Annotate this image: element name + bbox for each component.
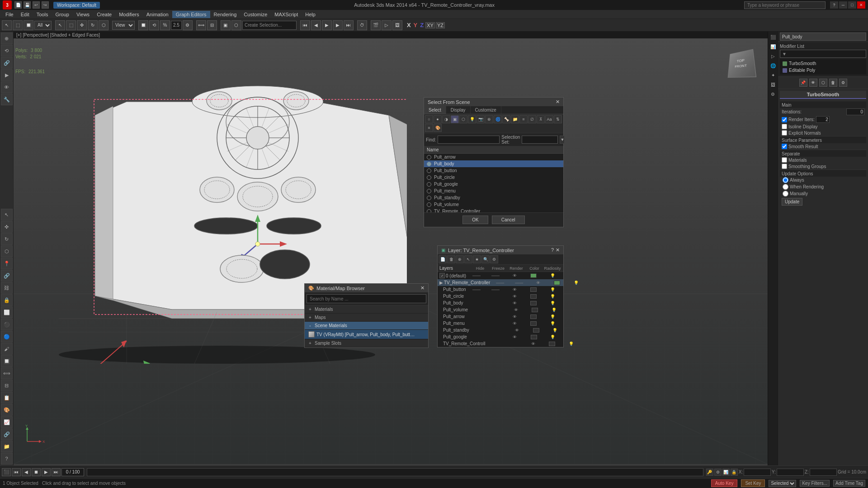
minimize-btn[interactable]: ─ bbox=[839, 1, 847, 9]
display-tab[interactable]: Display bbox=[446, 106, 471, 114]
layer-pult-menu[interactable]: Pult_menu 👁 💡 bbox=[438, 320, 563, 327]
xref-btn[interactable]: 📁 bbox=[1, 441, 13, 452]
select-dialog-titlebar[interactable]: Select From Scene ✕ bbox=[424, 98, 563, 106]
x-axis-label[interactable]: X bbox=[406, 22, 412, 28]
layer-delete-btn[interactable]: 🗑 bbox=[447, 255, 455, 263]
batch-render-icon[interactable]: ⚙ bbox=[769, 89, 778, 99]
make-unique-btn[interactable]: ⬡ bbox=[819, 79, 827, 87]
shape-filter[interactable]: ⬡ bbox=[459, 115, 467, 123]
layer-tv-remote-ctrl[interactable]: TV_Remote_Controll 👁 💡 bbox=[438, 340, 563, 347]
invert-filter[interactable]: ⊼ bbox=[537, 115, 545, 123]
percent-snap[interactable]: % bbox=[160, 20, 170, 30]
play-btn[interactable]: ▶ bbox=[322, 20, 332, 30]
sel-set-arrow[interactable]: ▼ bbox=[560, 136, 565, 144]
menu-customize[interactable]: Customize bbox=[240, 11, 271, 18]
mini-icon-4[interactable]: 🔒 bbox=[731, 469, 738, 476]
group-filter[interactable]: 📁 bbox=[511, 115, 519, 123]
mat-editor-btn[interactable]: 🎨 bbox=[1, 404, 13, 416]
x-coord-input[interactable] bbox=[744, 469, 771, 476]
search-input[interactable] bbox=[744, 1, 826, 9]
z-coord-input[interactable] bbox=[810, 469, 837, 476]
paint-btn[interactable]: 🖌 bbox=[1, 343, 13, 355]
align-btn2[interactable]: ⊟ bbox=[1, 380, 13, 391]
menu-edit[interactable]: Edit bbox=[17, 11, 33, 18]
help-btn[interactable]: ? bbox=[830, 1, 838, 9]
when-rendering-radio[interactable] bbox=[783, 184, 788, 190]
named-sel-1[interactable]: ▣ bbox=[221, 20, 231, 30]
object-name-field[interactable] bbox=[780, 33, 866, 41]
list-type[interactable]: ≡ bbox=[425, 124, 433, 132]
mini-icon-3[interactable]: 📊 bbox=[722, 469, 730, 476]
stop-btn[interactable]: ⏹ bbox=[32, 468, 41, 476]
cancel-button[interactable]: Cancel bbox=[492, 216, 525, 224]
layer-select-btn[interactable]: ↖ bbox=[464, 255, 472, 263]
play-prev[interactable]: ⏮ bbox=[300, 20, 310, 30]
render-frame[interactable]: 🖼 bbox=[392, 20, 402, 30]
select-filter-dropdown[interactable]: All bbox=[34, 21, 52, 30]
isoline-checkbox[interactable] bbox=[782, 124, 787, 129]
play-fwd-btn[interactable]: ⏭ bbox=[52, 468, 61, 476]
set-key-btn[interactable]: Set Key bbox=[741, 479, 765, 487]
curve-editor-btn[interactable]: 📈 bbox=[1, 416, 13, 428]
angle-snap[interactable]: ⟲ bbox=[149, 20, 159, 30]
tv-material-slot[interactable]: TV (VRayMtl) [Pult_arrow, Pult_body, Pul… bbox=[305, 330, 428, 339]
obj-tv-remote[interactable]: TV_Remote_Controller bbox=[424, 208, 563, 212]
menu-file[interactable]: File bbox=[2, 11, 17, 18]
viewport-canvas[interactable]: Polys: 3 800 Verts: 2 021 FPS: 221.361 T… bbox=[14, 38, 768, 464]
layer-pult-circle[interactable]: Pult_circle 👁 💡 bbox=[438, 293, 563, 300]
y-coord-input[interactable] bbox=[777, 469, 804, 476]
mat-browser-titlebar[interactable]: 🎨 Material/Map Browser ✕ bbox=[305, 284, 428, 292]
snap-toggle[interactable]: 🔲 bbox=[138, 20, 148, 30]
pin-stack-btn[interactable]: 📌 bbox=[799, 79, 807, 87]
named-sel-2[interactable]: ⬡ bbox=[231, 20, 241, 30]
unlink-tool[interactable]: ⛓ bbox=[1, 282, 13, 294]
key-mode-btn[interactable]: ⬛ bbox=[2, 468, 11, 476]
select-all-btn[interactable]: ● bbox=[434, 115, 442, 123]
modifier-dropdown[interactable]: ▼ bbox=[780, 50, 866, 58]
region-select[interactable]: ⬚ bbox=[13, 20, 23, 30]
all-filter[interactable]: ≡ bbox=[519, 115, 528, 123]
manually-radio[interactable] bbox=[783, 191, 788, 197]
track-bar[interactable]: // Generate tick marks for(let i=0;i<=10… bbox=[87, 468, 703, 476]
materials-checkbox[interactable] bbox=[782, 157, 787, 163]
scale-btn[interactable]: ⬡ bbox=[99, 20, 108, 30]
undo-btn[interactable]: ↩ bbox=[33, 1, 40, 9]
redo-btn[interactable]: ↪ bbox=[42, 1, 49, 9]
scale-tool-left[interactable]: ⬡ bbox=[1, 245, 13, 257]
mat-close-btn[interactable]: ✕ bbox=[420, 285, 425, 291]
close-btn[interactable]: ✕ bbox=[857, 1, 865, 9]
spinner-snap[interactable]: ⚙ bbox=[183, 20, 193, 30]
menu-tools[interactable]: Tools bbox=[33, 11, 52, 18]
step-back-btn[interactable]: ◀ bbox=[22, 468, 31, 476]
file-btn[interactable]: 📄 bbox=[14, 1, 22, 9]
select-tool-left[interactable]: ↖ bbox=[1, 209, 13, 221]
sort-btn[interactable]: ⇅ bbox=[554, 115, 562, 123]
environment-icon[interactable]: 🌐 bbox=[769, 61, 778, 70]
select-tool[interactable]: ↖ bbox=[2, 20, 12, 30]
key-filters-btn[interactable]: Key Filters... bbox=[800, 480, 830, 487]
key-mode-select[interactable]: Selected bbox=[769, 480, 796, 487]
add-time-tag-btn[interactable]: Add Time Tag bbox=[833, 480, 865, 487]
iterations-input[interactable] bbox=[846, 108, 864, 115]
layer-help-btn[interactable]: ? bbox=[551, 247, 554, 253]
mirror-btn2[interactable]: ⟺ bbox=[1, 367, 13, 379]
sphere-btn[interactable]: ⚫ bbox=[1, 319, 13, 330]
layer-pult-google[interactable]: Pult_google 👁 💡 bbox=[438, 333, 563, 340]
viewport[interactable]: [+] [Perspective] [Shaded + Edged Faces] bbox=[14, 32, 768, 465]
render-btn[interactable]: ▷ bbox=[382, 20, 392, 30]
render-setup[interactable]: 🎬 bbox=[371, 20, 381, 30]
obj-pult-arrow[interactable]: Pult_arrow bbox=[424, 154, 563, 160]
step-fwd-btn[interactable]: ▶ bbox=[42, 468, 51, 476]
case-btn[interactable]: Aa bbox=[545, 115, 553, 123]
smooth-result-checkbox[interactable] bbox=[782, 144, 787, 149]
find-input[interactable] bbox=[438, 136, 500, 144]
help-btn2[interactable]: ? bbox=[1, 453, 13, 465]
layer-pult-button[interactable]: Pult_button —— —— 👁 💡 bbox=[438, 286, 563, 293]
customize-tab[interactable]: Customize bbox=[471, 106, 501, 114]
select-dialog-close-btn[interactable]: ✕ bbox=[556, 99, 560, 105]
layer-close-btn[interactable]: ✕ bbox=[556, 247, 560, 253]
obj-pult-body[interactable]: Pult_body bbox=[424, 160, 563, 167]
space-warp-filter[interactable]: 🌀 bbox=[494, 115, 502, 123]
obj-pult-button[interactable]: Pult_button bbox=[424, 167, 563, 174]
modify-panel-btn[interactable]: ⟲ bbox=[1, 45, 13, 56]
